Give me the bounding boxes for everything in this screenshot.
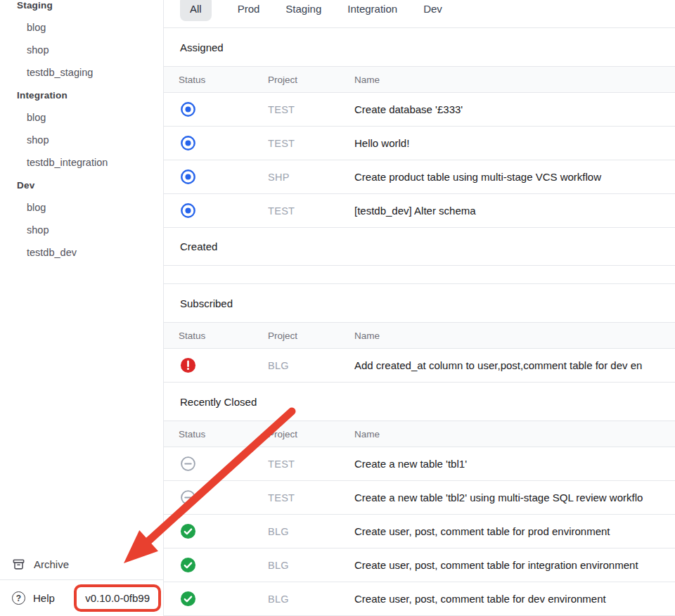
archive-icon: [12, 558, 25, 571]
issue-section-created: Created: [164, 228, 675, 284]
sidebar-item-db-testdb-dev[interactable]: testdb_dev: [0, 241, 163, 264]
status-icon-canceled: [180, 456, 196, 472]
app-window: Stagingblogshoptestdb_stagingIntegration…: [0, 0, 675, 616]
issue-name: Hello world!: [354, 137, 675, 149]
project-cell: SHP: [268, 172, 354, 183]
table-row[interactable]: BLG Create user, post, comment table for…: [164, 515, 675, 548]
help-button[interactable]: ? Help: [12, 591, 55, 605]
tab-dev[interactable]: Dev: [423, 0, 442, 16]
project-cell: TEST: [268, 104, 354, 115]
issue-name: Create a new table 'tbl2' using multi-st…: [354, 492, 675, 503]
project-cell: BLG: [268, 560, 354, 571]
tab-integration[interactable]: Integration: [347, 0, 397, 16]
status-icon-open: [180, 203, 196, 219]
sidebar: Stagingblogshoptestdb_stagingIntegration…: [0, 0, 163, 616]
sidebar-footer: Archive ? Help v0.10.0-0fb99: [0, 548, 163, 616]
table-row[interactable]: TEST Create a new table 'tbl1': [164, 447, 675, 481]
project-cell: TEST: [268, 138, 354, 149]
column-header-name: Name: [354, 75, 675, 85]
table-row[interactable]: TEST Hello world!: [164, 127, 675, 160]
table-row[interactable]: TEST Create a new table 'tbl2' using mul…: [164, 481, 675, 515]
table-row[interactable]: BLG Create user, post, comment table for…: [164, 582, 675, 616]
sidebar-item-db-blog[interactable]: blog: [0, 196, 163, 219]
column-header-status: Status: [179, 429, 268, 439]
project-cell: BLG: [268, 360, 354, 371]
empty-table-strip: [164, 266, 675, 284]
sidebar-env-staging[interactable]: Staging: [0, 0, 163, 16]
environment-tabbar: AllProdStagingIntegrationDev: [164, 0, 675, 28]
column-header-name: Name: [354, 429, 675, 439]
project-cell: TEST: [268, 492, 354, 503]
issue-section-assigned: Assigned StatusProjectName TEST Create d…: [164, 28, 675, 228]
sidebar-item-archive[interactable]: Archive: [0, 548, 163, 580]
section-title-recently-closed: Recently Closed: [164, 383, 675, 421]
status-icon-done: [180, 557, 196, 573]
version-badge: v0.10.0-0fb99: [74, 584, 161, 612]
table-header: StatusProjectName: [164, 421, 675, 447]
section-title-created: Created: [164, 228, 675, 266]
issue-section-recently-closed: Recently Closed StatusProjectName TEST C…: [164, 383, 675, 616]
section-title-subscribed: Subscribed: [164, 284, 675, 322]
table-row[interactable]: SHP Create product table using multi-sta…: [164, 160, 675, 194]
issue-name: Create database '£333': [354, 103, 675, 115]
issue-section-subscribed: Subscribed StatusProjectName BLG Add cre…: [164, 284, 675, 383]
issue-name: Add created_at column to user,post,comme…: [354, 359, 675, 371]
sidebar-item-db-shop[interactable]: shop: [0, 129, 163, 151]
database-tree: Stagingblogshoptestdb_stagingIntegration…: [0, 0, 163, 264]
project-cell: BLG: [268, 593, 354, 605]
sidebar-item-db-blog[interactable]: blog: [0, 16, 163, 39]
sidebar-item-db-blog[interactable]: blog: [0, 106, 163, 129]
table-row[interactable]: TEST [testdb_dev] Alter schema: [164, 194, 675, 228]
column-header-name: Name: [354, 331, 675, 341]
status-icon-open: [180, 169, 196, 185]
table-row[interactable]: BLG Add created_at column to user,post,c…: [164, 349, 675, 383]
table-row[interactable]: TEST Create database '£333': [164, 93, 675, 127]
issue-name: Create user, post, comment table for dev…: [354, 593, 675, 605]
status-icon-error: [180, 357, 196, 373]
issue-name: [testdb_dev] Alter schema: [354, 205, 675, 217]
project-cell: TEST: [268, 205, 354, 217]
main-content: AllProdStagingIntegrationDev Assigned St…: [163, 0, 675, 616]
sidebar-item-db-testdb-integration[interactable]: testdb_integration: [0, 151, 163, 174]
tab-prod[interactable]: Prod: [238, 0, 260, 16]
column-header-project: Project: [268, 331, 354, 341]
help-icon: ?: [12, 591, 25, 605]
project-cell: TEST: [268, 458, 354, 470]
status-icon-done: [180, 591, 196, 607]
issue-name: Create product table using multi-stage V…: [354, 171, 675, 183]
status-icon-open: [180, 135, 196, 151]
sidebar-env-dev[interactable]: Dev: [0, 174, 163, 196]
tab-staging[interactable]: Staging: [285, 0, 321, 16]
status-icon-open: [180, 101, 196, 117]
section-title-assigned: Assigned: [164, 28, 675, 66]
issue-name: Create user, post, comment table for pro…: [354, 525, 675, 537]
help-row: ? Help v0.10.0-0fb99: [0, 580, 163, 616]
sidebar-item-db-shop[interactable]: shop: [0, 39, 163, 61]
table-header: StatusProjectName: [164, 66, 675, 93]
issue-name: Create a new table 'tbl1': [354, 458, 675, 470]
issue-sections: Assigned StatusProjectName TEST Create d…: [164, 28, 675, 616]
column-header-project: Project: [268, 429, 354, 439]
column-header-status: Status: [179, 331, 268, 341]
issue-name: Create user, post, comment table for int…: [354, 559, 675, 571]
status-icon-done: [180, 523, 196, 539]
tab-all[interactable]: All: [180, 0, 212, 21]
sidebar-item-db-testdb-staging[interactable]: testdb_staging: [0, 61, 163, 84]
help-label: Help: [33, 592, 55, 604]
sidebar-item-db-shop[interactable]: shop: [0, 219, 163, 241]
archive-label: Archive: [34, 558, 69, 570]
column-header-status: Status: [179, 75, 268, 85]
status-icon-canceled: [180, 489, 196, 506]
table-row[interactable]: BLG Create user, post, comment table for…: [164, 548, 675, 582]
column-header-project: Project: [268, 75, 354, 85]
project-cell: BLG: [268, 526, 354, 537]
table-header: StatusProjectName: [164, 322, 675, 349]
sidebar-env-integration[interactable]: Integration: [0, 84, 163, 106]
